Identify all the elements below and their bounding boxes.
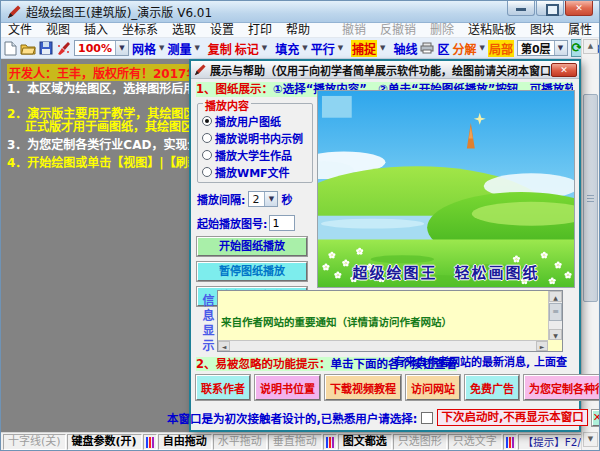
measure-dropdown-icon[interactable]: ▼ (194, 44, 199, 52)
menu-clipboard[interactable]: 送粘贴板 (461, 23, 523, 38)
new-file-button[interactable] (4, 40, 17, 57)
status-vertical-drag-toggle[interactable]: 垂直拖动 (268, 434, 322, 450)
dialog-bottom-close-button[interactable]: ✕ (592, 410, 600, 426)
free-ad-button[interactable]: 免费广告 (465, 375, 519, 400)
info-textarea: 来自作者网站的重要通知（详情请访问作者网站） 超级绘图王6.0版已于2016-1… (217, 290, 563, 352)
menu-settings[interactable]: 设置 (203, 23, 241, 38)
print-area-label[interactable]: 区 (437, 40, 449, 57)
menu-print[interactable]: 打印 (241, 23, 279, 38)
maximize-button[interactable] (536, 1, 564, 16)
interval-unit: 秒 (281, 191, 292, 207)
mark-dropdown-icon[interactable]: ▼ (262, 44, 267, 52)
custom-cad-button[interactable]: 为您定制各种行业专用CAD! (524, 375, 600, 400)
scroll-down-icon[interactable]: ▼ (583, 432, 598, 447)
layer-combo[interactable]: 第0层 ▼ (517, 40, 568, 56)
info-scroll-left-icon[interactable]: ◄ (218, 341, 230, 351)
explode-dropdown-icon[interactable]: ▼ (479, 44, 484, 52)
parallel-dropdown-icon[interactable]: ▼ (338, 44, 343, 52)
status-select-text-toggle[interactable]: 只选文字 (448, 434, 502, 450)
download-video-tutorial-button[interactable]: 下载视频教程 (325, 375, 401, 400)
menu-coordsys[interactable]: 坐标系 (115, 23, 165, 38)
section1-prefix: 1、图纸展示： (196, 82, 273, 96)
status-free-drag-toggle[interactable]: 自由拖动 (158, 434, 212, 450)
info-horizontal-scrollbar[interactable]: ◄ ► (218, 340, 548, 351)
dialog-close-button[interactable]: ✕ (551, 63, 577, 77)
explode-button[interactable]: 分解 (452, 40, 476, 57)
open-folder-icon (20, 42, 36, 55)
interval-dropdown-icon[interactable]: ▼ (264, 192, 277, 206)
save-floppy-icon (39, 41, 53, 55)
parallel-button[interactable]: 平行 (311, 40, 335, 57)
interval-combo[interactable]: 2 ▼ (248, 191, 278, 207)
axis-button[interactable]: 轴线 (393, 40, 417, 57)
pause-playback-button[interactable]: 暂停图纸播放 (197, 262, 307, 281)
mark-button[interactable]: 标记 (235, 40, 259, 57)
copy-button[interactable]: 复制 (208, 40, 232, 57)
dialog-title: 展示与帮助（仅用于向初学者简单展示软件功能，绘图前请关闭本窗口） (210, 62, 562, 78)
info-vertical-scrollbar[interactable]: ▲ ≡ ▼ (548, 291, 562, 340)
print-area-button[interactable] (420, 40, 434, 57)
app-pen-icon (7, 5, 21, 19)
fill-button[interactable]: 填充 (275, 40, 299, 57)
start-number-input[interactable] (269, 215, 295, 231)
save-button[interactable] (39, 40, 53, 57)
status-horizontal-drag-toggle[interactable]: 水平拖动 (213, 434, 267, 450)
grid-dropdown-icon[interactable]: ▼ (159, 44, 164, 52)
radio-play-manual-examples[interactable]: 播放说明书内示例 (202, 129, 309, 146)
manual-location-button[interactable]: 说明书位置 (255, 375, 320, 400)
menu-insert[interactable]: 插入 (77, 23, 115, 38)
snap-button[interactable]: 捕捉 (351, 40, 377, 57)
info-scroll-right-icon[interactable]: ► (536, 341, 548, 351)
status-select-both-toggle[interactable]: 图文都选 (338, 434, 392, 450)
zoom-dropdown-icon[interactable]: ▼ (115, 41, 128, 55)
hint-mode-icon (503, 434, 517, 450)
radio-play-student-works[interactable]: 播放大学生作品 (202, 146, 309, 163)
partial-button[interactable]: 局部 (488, 40, 514, 57)
close-button[interactable]: ✕ (565, 1, 593, 16)
measure-button[interactable]: 测量 (167, 40, 191, 57)
grid-button[interactable]: 网格 (132, 40, 156, 57)
status-crosshair-toggle[interactable]: 十字线(关) (3, 434, 66, 450)
info-text: 来自作者网站的重要通知（详情请访问作者网站） 超级绘图王6.0版已于2016-1… (221, 293, 547, 339)
dont-show-again-label: 下次启动时,不再显示本窗口 (437, 409, 587, 426)
layer-dropdown-icon[interactable]: ▼ (554, 41, 567, 55)
menu-properties[interactable]: 属性 (561, 23, 599, 38)
zoom-combo[interactable]: 100% ▼ (74, 40, 129, 56)
status-select-shape-toggle[interactable]: 只选图形 (393, 434, 447, 450)
status-keyboard-toggle[interactable]: 键盘参数(开) (67, 434, 142, 450)
menu-file[interactable]: 文件 (1, 23, 39, 38)
start-number-row: 起始播放图号: (197, 215, 313, 231)
radio-play-wmf-files[interactable]: 播放WMF文件 (202, 163, 309, 180)
dont-show-again-checkbox[interactable] (421, 412, 433, 424)
info-panel-label: 信息显示 (199, 294, 216, 354)
bottom-note: 本窗口是为初次接触者设计的,已熟悉用户请选择: (167, 410, 417, 426)
info-scroll-up-icon[interactable]: ▲ (549, 291, 562, 302)
start-playback-button[interactable]: 开始图纸播放 (197, 237, 307, 256)
clear-brush-button[interactable] (56, 40, 71, 57)
drawing-preview-image: 超级绘图王 轻松画图纸 (317, 90, 575, 288)
zoom-value: 100% (75, 42, 115, 55)
radio-play-user-drawings[interactable]: 播放用户图纸 (202, 112, 309, 129)
dialog-pen-icon (194, 64, 206, 76)
open-file-button[interactable] (20, 40, 36, 57)
scroll-up-icon[interactable]: ▲ (583, 39, 598, 54)
visit-website-button[interactable]: 访问网站 (406, 375, 460, 400)
canvas-tip-1: 1．本区域为绘图区，选择图形后用鼠标 (7, 79, 219, 96)
contact-author-button[interactable]: 联系作者 (196, 375, 250, 400)
scrollbar-thumb[interactable] (583, 94, 598, 302)
playback-content-group: 播放内容 播放用户图纸 播放说明书内示例 播放大学生作品 播放WMF文件 (197, 103, 313, 183)
menu-help[interactable]: 帮助 (279, 23, 317, 38)
info-scroll-down-icon[interactable]: ▼ (549, 329, 562, 340)
info-line: 来自作者网站的重要通知（详情请访问作者网站） (221, 317, 547, 329)
fill-dropdown-icon[interactable]: ▼ (302, 44, 307, 52)
minimize-button[interactable] (507, 1, 535, 16)
snap-dropdown-icon[interactable]: ▼ (380, 44, 385, 52)
menu-block[interactable]: 图块 (523, 23, 561, 38)
menu-select[interactable]: 选取 (165, 23, 203, 38)
menu-undo[interactable]: 撤销 (335, 23, 373, 38)
menu-delete[interactable]: 删除 (423, 23, 461, 38)
menu-view[interactable]: 视图 (39, 23, 77, 38)
radio-label: 播放WMF文件 (215, 164, 290, 180)
menu-redo[interactable]: 反撤销 (373, 23, 423, 38)
info-scroll-thumb[interactable]: ≡ (549, 303, 562, 321)
